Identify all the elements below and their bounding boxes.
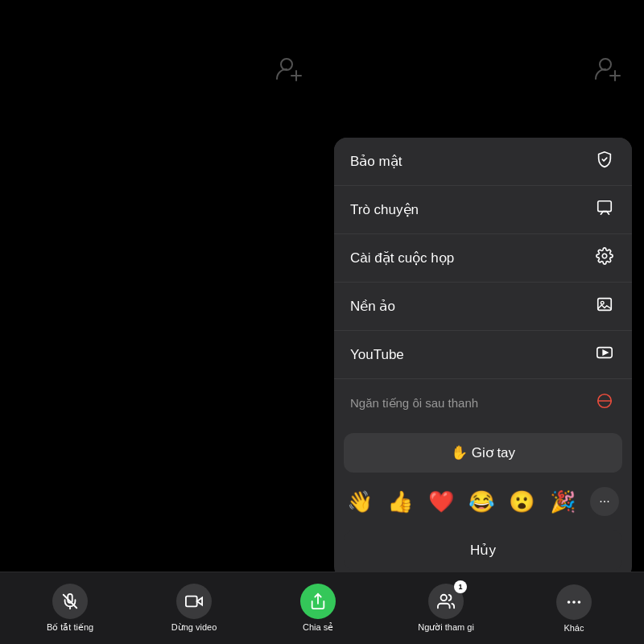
svg-point-23 xyxy=(578,601,581,604)
svg-rect-18 xyxy=(186,597,197,607)
raise-hand-button[interactable]: ✋ Giơ tay xyxy=(344,433,622,473)
partial-icon xyxy=(593,392,616,414)
participants-button[interactable]: 1 Người tham gi xyxy=(418,584,474,633)
settings-icon xyxy=(593,247,616,269)
toolbar: Bố tắt tiếng Dừng video Chia sẻ xyxy=(0,572,644,644)
emoji-laugh[interactable]: 😂 xyxy=(469,489,494,514)
emoji-heart[interactable]: ❤️ xyxy=(428,489,454,514)
svg-point-22 xyxy=(572,601,576,604)
youtube-icon xyxy=(593,344,616,365)
emoji-wow[interactable]: 😮 xyxy=(509,489,535,514)
svg-marker-17 xyxy=(197,597,202,605)
svg-point-9 xyxy=(601,301,604,304)
popup-menu: Bảo mật Trò chuyện xyxy=(334,138,632,580)
emoji-more-button[interactable]: ··· xyxy=(590,487,619,516)
menu-item-partial[interactable]: Ngăn tiếng ôi sau thanh xyxy=(334,379,632,427)
stop-video-button[interactable]: Dừng video xyxy=(170,584,218,633)
mute-button[interactable]: Bố tắt tiếng xyxy=(46,584,94,633)
svg-rect-6 xyxy=(598,201,612,212)
emoji-party[interactable]: 🎉 xyxy=(550,489,576,514)
cancel-button[interactable]: Hủy xyxy=(344,530,622,570)
menu-item-settings[interactable]: Cài đặt cuộc họp xyxy=(334,234,632,283)
participants-icon: 1 xyxy=(428,584,464,619)
video-icon xyxy=(176,584,212,619)
share-button[interactable]: Chia sẻ xyxy=(294,584,342,633)
emoji-thumbsup[interactable]: 👍 xyxy=(387,489,413,514)
menu-item-security[interactable]: Bảo mật xyxy=(334,138,632,186)
popup-overlay[interactable]: Bảo mật Trò chuyện xyxy=(0,0,644,644)
more-icon xyxy=(556,584,592,620)
emoji-wave[interactable]: 👋 xyxy=(347,489,373,514)
shield-icon xyxy=(593,151,616,172)
mic-off-icon xyxy=(52,584,88,619)
svg-marker-11 xyxy=(603,350,608,355)
menu-item-virtual-bg[interactable]: Nền ảo xyxy=(334,283,632,331)
chat-icon xyxy=(593,199,616,221)
svg-point-20 xyxy=(441,595,447,601)
menu-item-youtube[interactable]: YouTube xyxy=(334,331,632,379)
emoji-row: 👋 👍 ❤️ 😂 😮 🎉 ··· xyxy=(334,479,632,524)
menu-item-chat[interactable]: Trò chuyện xyxy=(334,186,632,234)
svg-point-7 xyxy=(602,254,607,258)
virtual-bg-icon xyxy=(593,295,616,317)
more-button[interactable]: Khác xyxy=(550,584,598,633)
share-icon xyxy=(300,584,336,619)
menu-list: Bảo mật Trò chuyện xyxy=(334,138,632,427)
svg-point-21 xyxy=(568,601,571,604)
